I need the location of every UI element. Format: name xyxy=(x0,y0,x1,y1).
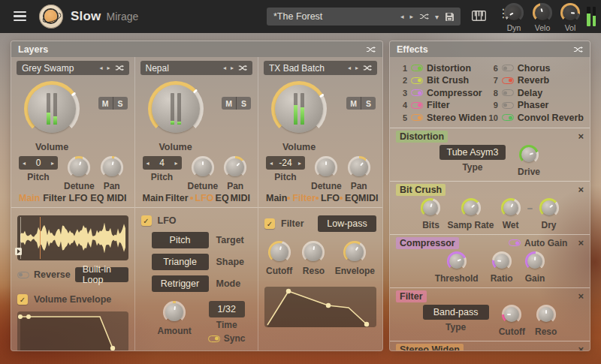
fx-reso-knob[interactable]: Reso xyxy=(535,305,557,337)
solo-button[interactable]: S xyxy=(113,97,128,110)
effect-toggle[interactable] xyxy=(502,89,514,96)
vol-macro-knob[interactable]: Vol xyxy=(558,3,582,32)
layers-random-icon[interactable] xyxy=(366,46,376,53)
filter-type-selector[interactable]: Low-pass xyxy=(318,215,376,232)
envelope-knob[interactable]: Envelope xyxy=(335,241,375,276)
dry-knob[interactable]: Dry xyxy=(539,198,559,230)
playhead-marker[interactable] xyxy=(40,217,41,259)
samp-rate-knob[interactable]: Samp Rate xyxy=(447,198,494,230)
effects-random-icon[interactable] xyxy=(573,46,583,53)
tab-lfo[interactable]: LFO xyxy=(69,193,88,203)
preset-next-icon[interactable]: ▸ xyxy=(409,13,413,20)
tab-main[interactable]: Main xyxy=(266,193,287,203)
lfo-target-selector[interactable]: Pitch xyxy=(152,232,209,248)
layer-next-icon[interactable]: ▸ xyxy=(107,65,110,71)
tab-filter[interactable]: Filter xyxy=(287,193,316,203)
layer-header[interactable]: Nepal ◂ ▸ xyxy=(140,61,253,75)
layer-random-icon[interactable] xyxy=(363,65,372,71)
threshold-knob[interactable]: Threshold xyxy=(435,251,479,284)
pitch-up-icon[interactable]: ▸ xyxy=(51,160,54,167)
lfo-shape-selector[interactable]: Triangle xyxy=(152,254,209,270)
layer-next-icon[interactable]: ▸ xyxy=(355,65,358,71)
builtin-loop-button[interactable]: Built-in Loop xyxy=(75,267,128,282)
layer-header[interactable]: Grey Swamp ◂ ▸ xyxy=(17,61,129,75)
waveform-display[interactable] xyxy=(17,215,128,260)
layer-prev-icon[interactable]: ◂ xyxy=(99,65,102,71)
effect-toggle[interactable] xyxy=(502,77,514,84)
volume-knob[interactable] xyxy=(148,81,204,137)
pitch-stepper[interactable]: ◂ 0 ▸ xyxy=(19,156,58,170)
ratio-knob[interactable]: Ratio xyxy=(491,251,513,284)
gain-knob[interactable]: Gain xyxy=(525,251,545,284)
effect-toggle[interactable] xyxy=(411,77,423,84)
mute-solo-buttons[interactable]: M S xyxy=(222,97,251,110)
reso-knob[interactable]: Reso xyxy=(302,241,325,276)
effect-toggle[interactable] xyxy=(411,65,423,71)
preset-menu-caret-icon[interactable]: ▾ xyxy=(435,13,439,21)
pitch-up-icon[interactable]: ▸ xyxy=(175,160,178,167)
preset-prev-icon[interactable]: ◂ xyxy=(400,13,404,20)
effect-slot-phaser[interactable]: 9 Phaser xyxy=(488,100,584,111)
distortion-type-selector[interactable]: Tube Asym3 xyxy=(439,145,506,160)
layer-header[interactable]: TX Bad Batch ◂ ▸ xyxy=(264,61,377,75)
stereo-widen-close-icon[interactable]: × xyxy=(578,344,584,351)
solo-button[interactable]: S xyxy=(237,97,251,110)
mute-solo-buttons[interactable]: M S xyxy=(98,97,128,110)
mute-button[interactable]: M xyxy=(222,97,237,110)
tab-main[interactable]: Main xyxy=(143,193,164,203)
effect-toggle[interactable] xyxy=(502,65,514,71)
lfo-amount-knob[interactable]: Amount xyxy=(158,301,192,336)
volume-knob[interactable] xyxy=(271,81,327,137)
pan-knob[interactable]: Pan xyxy=(101,156,123,191)
volume-envelope-graph[interactable] xyxy=(17,311,128,351)
distortion-close-icon[interactable]: × xyxy=(578,131,584,141)
effect-toggle[interactable] xyxy=(411,102,423,109)
pitch-down-icon[interactable]: ◂ xyxy=(23,160,26,167)
tab-eq[interactable]: EQ xyxy=(340,193,358,203)
pan-knob[interactable]: Pan xyxy=(348,156,370,191)
effect-toggle[interactable] xyxy=(502,114,514,121)
layer-prev-icon[interactable]: ◂ xyxy=(223,65,226,71)
drive-knob[interactable]: Drive xyxy=(518,145,540,177)
detune-knob[interactable]: Detune xyxy=(188,156,219,191)
tab-filter[interactable]: Filter xyxy=(43,193,66,203)
save-preset-icon[interactable] xyxy=(445,12,455,22)
tab-eq[interactable]: EQ xyxy=(216,193,229,203)
layer-random-icon[interactable] xyxy=(238,65,247,71)
tab-main[interactable]: Main xyxy=(19,193,40,203)
tab-lfo[interactable]: LFO xyxy=(190,193,214,203)
pitch-down-icon[interactable]: ◂ xyxy=(146,160,149,167)
pitch-stepper[interactable]: ◂ -24 ▸ xyxy=(266,156,305,170)
filter-checkbox[interactable]: ✓ xyxy=(264,218,275,229)
effect-slot-distortion[interactable]: 1 Distortion xyxy=(397,62,487,74)
tab-filter[interactable]: Filter xyxy=(165,193,189,203)
keyboard-icon[interactable] xyxy=(472,11,486,21)
filter-envelope-graph[interactable] xyxy=(264,287,376,327)
tab-midi[interactable]: MIDI xyxy=(107,193,126,203)
lfo-mode-selector[interactable]: Retrigger xyxy=(152,275,209,292)
effect-slot-bit-crush[interactable]: 2 Bit Crush xyxy=(397,75,487,86)
dyn-macro-knob[interactable]: Dyn xyxy=(502,3,526,32)
bit-crush-close-icon[interactable]: × xyxy=(578,185,584,194)
effect-slot-convol-reverb[interactable]: 10 Convol Reverb xyxy=(488,112,584,123)
pitch-stepper[interactable]: ◂ 4 ▸ xyxy=(143,156,182,170)
tab-eq[interactable]: EQ xyxy=(90,193,104,203)
detune-knob[interactable]: Detune xyxy=(311,156,342,191)
filter-type-selector[interactable]: Band-pass xyxy=(423,305,489,320)
volume-knob[interactable] xyxy=(24,81,80,137)
menu-icon[interactable] xyxy=(14,11,26,21)
pan-knob[interactable]: Pan xyxy=(224,156,246,191)
tab-midi[interactable]: MIDI xyxy=(231,193,250,203)
lfo-time-value[interactable]: 1/32 xyxy=(209,301,245,317)
velo-macro-knob[interactable]: Velo xyxy=(530,3,554,32)
effect-toggle[interactable] xyxy=(411,114,423,121)
effect-slot-compressor[interactable]: 3 Compressor xyxy=(397,87,487,98)
layer-next-icon[interactable]: ▸ xyxy=(231,65,234,71)
auto-gain-toggle[interactable] xyxy=(509,239,521,246)
filter-close-icon[interactable]: × xyxy=(578,291,584,301)
cutoff-knob[interactable]: Cutoff xyxy=(266,241,292,276)
compressor-close-icon[interactable]: × xyxy=(578,238,584,248)
mute-button[interactable]: M xyxy=(98,97,113,110)
tab-lfo[interactable]: LFO xyxy=(316,193,340,203)
pitch-down-icon[interactable]: ◂ xyxy=(270,160,273,167)
